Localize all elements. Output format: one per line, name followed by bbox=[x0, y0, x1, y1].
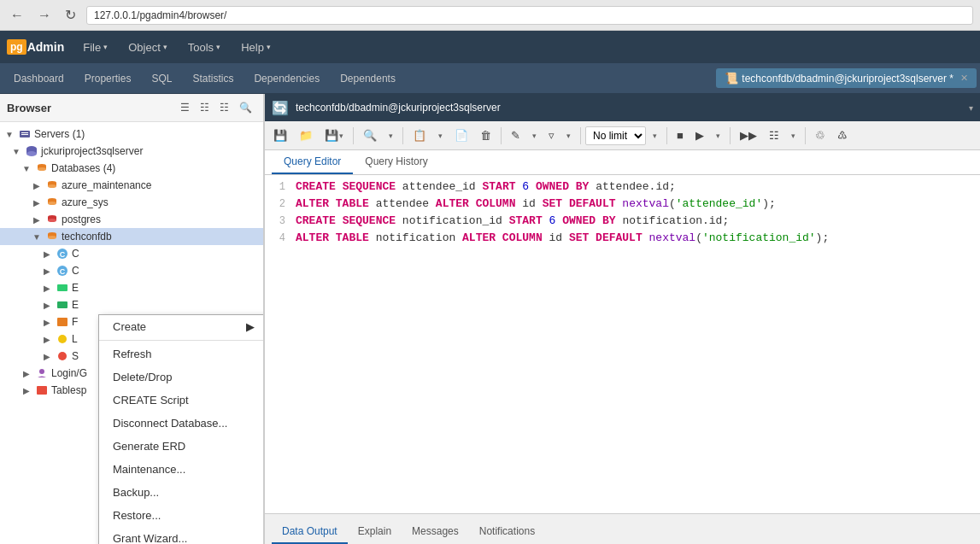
expand-postgres[interactable]: ▶ bbox=[31, 215, 43, 225]
qtool-filter-dropdown-btn[interactable]: ▾ bbox=[561, 129, 576, 143]
bottom-tab-explain[interactable]: Explain bbox=[348, 520, 402, 544]
tab-dashboard[interactable]: Dashboard bbox=[3, 67, 74, 90]
expand-l[interactable]: ▶ bbox=[41, 335, 53, 344]
expand-azure-maintenance[interactable]: ▶ bbox=[31, 181, 43, 190]
tab-query-history[interactable]: Query History bbox=[353, 150, 439, 174]
tree-child-e1[interactable]: ▶ E bbox=[0, 279, 263, 296]
context-restore[interactable]: Restore... bbox=[99, 504, 265, 527]
tree-db-azure-sys[interactable]: ▶ azure_sys bbox=[0, 194, 263, 211]
right-panel: 🔄 techconfdb/dbadmin@jckuriproject3sqlse… bbox=[265, 94, 980, 544]
bottom-panel: Data Output Explain Messages Notificatio… bbox=[265, 513, 980, 544]
tree-servers[interactable]: ▼ Servers (1) bbox=[0, 126, 263, 143]
tree-db-azure-maintenance[interactable]: ▶ azure_maintenance bbox=[0, 177, 263, 194]
qtool-save-btn[interactable]: 💾 bbox=[268, 126, 292, 144]
tree-databases[interactable]: ▼ Databases (4) bbox=[0, 160, 263, 177]
tree-child-e2[interactable]: ▶ E bbox=[0, 296, 263, 313]
forward-button[interactable]: → bbox=[34, 6, 55, 25]
tab-dependencies[interactable]: Dependencies bbox=[244, 67, 330, 90]
object-menu[interactable]: Object ▾ bbox=[120, 38, 176, 57]
tab-properties[interactable]: Properties bbox=[74, 67, 142, 90]
context-generate-erd[interactable]: Generate ERD bbox=[99, 435, 265, 458]
tab-dependents[interactable]: Dependents bbox=[330, 67, 406, 90]
context-delete[interactable]: Delete/Drop bbox=[99, 366, 265, 389]
tree-child-c1[interactable]: ▶ C C bbox=[0, 245, 263, 262]
qtool-grid-dropdown-btn[interactable]: ▾ bbox=[786, 129, 801, 143]
context-grant-wizard[interactable]: Grant Wizard... bbox=[99, 527, 265, 544]
qtool-pointer-btn[interactable]: ▶▶ bbox=[735, 126, 762, 144]
svg-rect-2 bbox=[21, 134, 28, 135]
qtool-edit-dropdown-btn[interactable]: ▾ bbox=[527, 129, 542, 143]
expand-c2[interactable]: ▶ bbox=[41, 266, 53, 276]
qtool-paste-btn[interactable]: 📄 bbox=[449, 126, 473, 144]
bottom-tab-messages[interactable]: Messages bbox=[402, 520, 469, 544]
qtool-history-btn[interactable]: ♲ bbox=[810, 126, 830, 144]
browser-list-btn[interactable]: ☰ bbox=[176, 99, 194, 116]
expand-servers[interactable]: ▼ bbox=[3, 130, 15, 139]
qtool-copy-dropdown-btn[interactable]: ▾ bbox=[433, 129, 448, 143]
qtool-copy-btn[interactable]: 📋 bbox=[408, 126, 431, 144]
expand-server[interactable]: ▼ bbox=[10, 147, 22, 156]
bottom-tab-notifications[interactable]: Notifications bbox=[469, 520, 545, 544]
expand-e2[interactable]: ▶ bbox=[41, 301, 53, 310]
qtool-delete-btn[interactable]: 🗑 bbox=[475, 126, 496, 144]
bottom-tab-data-output[interactable]: Data Output bbox=[272, 520, 348, 544]
qtool-find-btn[interactable]: 🔍 bbox=[358, 126, 382, 144]
find-dropdown-arrow[interactable]: ▾ bbox=[389, 132, 393, 140]
qtool-grid-btn[interactable]: ☷ bbox=[764, 126, 784, 144]
expand-c1[interactable]: ▶ bbox=[41, 249, 53, 259]
server-name: jckuriproject3sqlserver bbox=[41, 145, 143, 157]
context-backup[interactable]: Backup... bbox=[99, 481, 265, 504]
qtool-stop-btn[interactable]: ■ bbox=[672, 126, 689, 144]
expand-f[interactable]: ▶ bbox=[41, 318, 53, 327]
qtool-open-btn[interactable]: 📁 bbox=[294, 126, 318, 144]
help-menu[interactable]: Help ▾ bbox=[232, 38, 279, 57]
tab-sql[interactable]: SQL bbox=[141, 67, 182, 90]
tools-menu[interactable]: Tools ▾ bbox=[179, 38, 229, 57]
tab-query-editor[interactable]: Query Editor bbox=[272, 150, 353, 174]
filter-dropdown-arrow[interactable]: ▾ bbox=[566, 132, 571, 140]
tree-child-c2[interactable]: ▶ C C bbox=[0, 262, 263, 279]
expand-s[interactable]: ▶ bbox=[41, 352, 53, 361]
browser-grid-btn[interactable]: ☷ bbox=[196, 99, 214, 116]
browser-filter-btn[interactable]: ☷ bbox=[215, 99, 233, 116]
back-button[interactable]: ← bbox=[7, 6, 27, 25]
save-dropdown-arrow[interactable]: ▾ bbox=[339, 132, 343, 140]
url-bar[interactable] bbox=[86, 6, 973, 25]
qtool-save-file-btn[interactable]: 💾▾ bbox=[320, 126, 349, 144]
grid-dropdown-arrow[interactable]: ▾ bbox=[791, 132, 795, 140]
qtool-filter-btn[interactable]: ▿ bbox=[543, 126, 560, 144]
expand-tablespace[interactable]: ▶ bbox=[21, 386, 32, 395]
expand-databases[interactable]: ▼ bbox=[21, 164, 32, 173]
expand-techconfdb[interactable]: ▼ bbox=[31, 232, 43, 242]
context-maintenance[interactable]: Maintenance... bbox=[99, 458, 265, 481]
qtool-find-dropdown-btn[interactable]: ▾ bbox=[384, 129, 398, 143]
refresh-button[interactable]: ↻ bbox=[62, 5, 79, 25]
context-disconnect[interactable]: Disconnect Database... bbox=[99, 412, 265, 435]
context-create[interactable]: Create ▶ bbox=[99, 315, 265, 338]
expand-login[interactable]: ▶ bbox=[21, 369, 32, 378]
qtool-run-dropdown-btn[interactable]: ▾ bbox=[711, 129, 725, 143]
qtool-limit-select[interactable]: No limit bbox=[585, 126, 646, 145]
qtool-limit-dropdown-btn[interactable]: ▾ bbox=[648, 129, 662, 143]
copy-dropdown-arrow[interactable]: ▾ bbox=[438, 132, 443, 140]
tab-statistics[interactable]: Statistics bbox=[182, 67, 244, 90]
browser-search-btn[interactable]: 🔍 bbox=[235, 99, 256, 116]
tree-server[interactable]: ▼ jckuriproject3sqlserver bbox=[0, 143, 263, 160]
tree-db-postgres[interactable]: ▶ postgres bbox=[0, 211, 263, 228]
qtool-explain-btn[interactable]: ♳ bbox=[832, 126, 853, 144]
context-create-script[interactable]: CREATE Script bbox=[99, 389, 265, 412]
qtool-edit-btn[interactable]: ✎ bbox=[506, 126, 525, 144]
tree-db-techconfdb[interactable]: ▼ techconfdb bbox=[0, 228, 263, 245]
limit-dropdown-arrow[interactable]: ▾ bbox=[653, 132, 657, 140]
sql-editor[interactable]: 1 CREATE SEQUENCE attendee_id START 6 OW… bbox=[265, 175, 980, 513]
expand-azure-sys[interactable]: ▶ bbox=[31, 198, 43, 208]
edit-dropdown-arrow[interactable]: ▾ bbox=[532, 132, 537, 140]
file-menu[interactable]: File ▾ bbox=[74, 38, 116, 57]
context-refresh[interactable]: Refresh bbox=[99, 342, 265, 366]
query-tool-active-tab[interactable]: 📜 techconfdb/dbadmin@jckuriproject3sqlse… bbox=[716, 68, 977, 88]
qtool-run-btn[interactable]: ▶ bbox=[690, 126, 709, 144]
run-dropdown-arrow[interactable]: ▾ bbox=[716, 132, 720, 140]
query-connection-dropdown[interactable]: ▾ bbox=[969, 103, 973, 113]
schema-icon-s bbox=[56, 349, 69, 363]
expand-e1[interactable]: ▶ bbox=[41, 284, 53, 293]
